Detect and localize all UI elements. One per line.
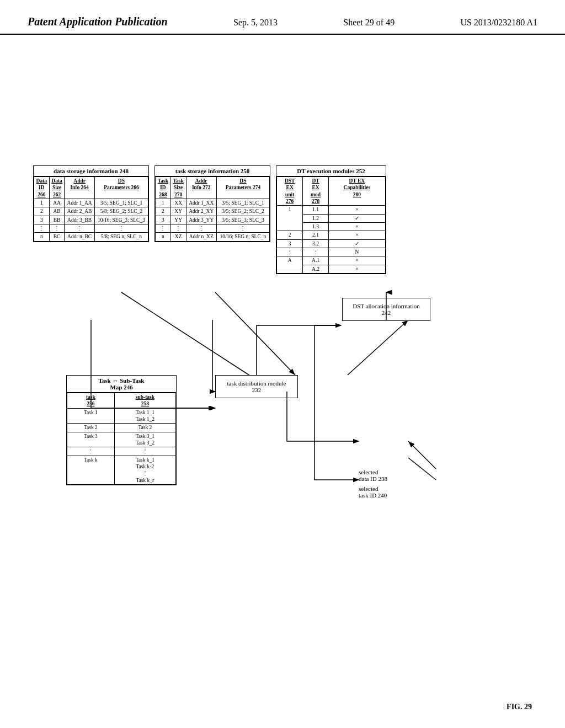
col-addr-info: AddrInfo 264: [65, 177, 94, 199]
col-subtask: sub-task258: [114, 393, 175, 409]
table-row: ⋮ ⋮: [67, 447, 176, 456]
table-row: 3 3.2 ✓: [277, 239, 386, 248]
dst-allocation-label: DST allocation information 242: [353, 303, 419, 316]
task-subtask-data: task256 sub-task258 Task 1 Task 1_1Task …: [67, 393, 176, 485]
task-storage-data: TaskID268 TaskSize270 AddrInfo 272 DSPar…: [155, 176, 270, 242]
task-distribution-label: task distribution module 232: [227, 380, 286, 393]
col-task-size: TaskSize270: [170, 177, 186, 199]
table-row: Task 3 Task 3_1Task 3_2: [67, 432, 176, 447]
dst-allocation-box: DST allocation information 242: [342, 298, 430, 321]
table-row: 3 YY Addr 3_YY 3/5; SEG_3; SLC_3: [156, 216, 270, 224]
table-row: Task 1 Task 1_1Task 1_2: [67, 408, 176, 424]
col-data-id: DataID260: [34, 177, 50, 199]
page-header: Patent Application Publication Sep. 5, 2…: [0, 0, 565, 35]
dt-execution-title: DT execution modules 252: [276, 166, 386, 176]
table-row: 2 2.1 ×: [277, 231, 386, 239]
svg-line-6: [408, 441, 436, 469]
col-dt-capabilities: DT EXCapabilities280: [328, 177, 385, 206]
table-row: Task 2 Task 2: [67, 424, 176, 432]
table-row: n XZ Addr n_XZ 10/16; SEG n; SLC_n: [156, 233, 270, 241]
svg-line-5: [348, 320, 408, 375]
col-ds-params-task: DSParameters 274: [216, 177, 269, 199]
figure-label: FIG. 29: [507, 703, 532, 711]
selected-task-label: selectedtask ID 240: [359, 485, 387, 499]
task-distribution-box: task distribution module 232: [215, 375, 298, 398]
patent-number: US 2013/0232180 A1: [460, 15, 537, 28]
table-row: 3 BB Addr 3_BB 10/16; SEG_3; SLC_3: [34, 216, 148, 224]
svg-line-3: [121, 292, 270, 389]
svg-line-2: [215, 292, 295, 375]
col-task-id: TaskID268: [156, 177, 171, 199]
table-row: 2 XY Addr 2_XY 3/5; SEG_2; SLC_2: [156, 207, 270, 216]
diagram-area: data storage information 248 DataID260 D…: [33, 83, 541, 689]
task-subtask-title: Task ↔ Sub-TaskMap 246: [67, 376, 176, 393]
publication-title: Patent Application Publication: [28, 15, 168, 28]
selected-data-label: selecteddata ID 238: [359, 469, 387, 482]
table-row: 1 AA Addr 1_AA 3/5; SEG_1; SLC_1: [34, 199, 148, 207]
data-storage-title: data storage information 248: [34, 166, 148, 176]
col-task: task256: [67, 393, 115, 409]
task-subtask-table: Task ↔ Sub-TaskMap 246 task256 sub-task2…: [66, 375, 177, 485]
table-row: 2 AB Addr 2_AB 5/8; SEG_2; SLC_2: [34, 207, 148, 216]
sheet-info: Sheet 29 of 49: [343, 15, 395, 28]
table-row: ⋮ ⋮ ⋮ ⋮: [34, 224, 148, 233]
svg-line-7: [408, 458, 436, 480]
table-row: 1 XX Addr 1_XX 3/5; SEG_1; SLC_1: [156, 199, 270, 207]
col-dst-ex-unit: DSTEXunit276: [277, 177, 303, 206]
dt-execution-table: DT execution modules 252 DSTEXunit276 DT…: [276, 165, 386, 274]
task-storage-table: task storage information 250 TaskID268 T…: [154, 165, 270, 242]
table-row: ⋮ ⋮ ⋮ ⋮: [156, 224, 270, 233]
table-row: Task k Task k_1Task k-2⋮Task k_r: [67, 456, 176, 484]
col-ds-params: DSParameters 266: [94, 177, 148, 199]
dt-execution-data: DSTEXunit276 DTEXmod278 DT EXCapabilitie…: [276, 176, 386, 274]
data-storage-data: DataID260 DataSize262 AddrInfo 264 DSPar…: [34, 176, 148, 242]
data-storage-table: data storage information 248 DataID260 D…: [33, 165, 149, 242]
table-row: 1 1.1 ×: [277, 206, 386, 214]
task-storage-title: task storage information 250: [155, 166, 270, 176]
col-data-size: DataSize262: [49, 177, 65, 199]
col-addr-info-task: AddrInfo 272: [186, 177, 216, 199]
table-row: ⋮ ⋮ N: [277, 248, 386, 256]
table-row: A A.1 ×: [277, 256, 386, 265]
table-row: n BC Addr n_BC 5/8; SEG n; SLC_n: [34, 233, 148, 241]
col-dt-ex-mod: DTEXmod278: [303, 177, 328, 206]
publication-date: Sep. 5, 2013: [233, 15, 278, 28]
